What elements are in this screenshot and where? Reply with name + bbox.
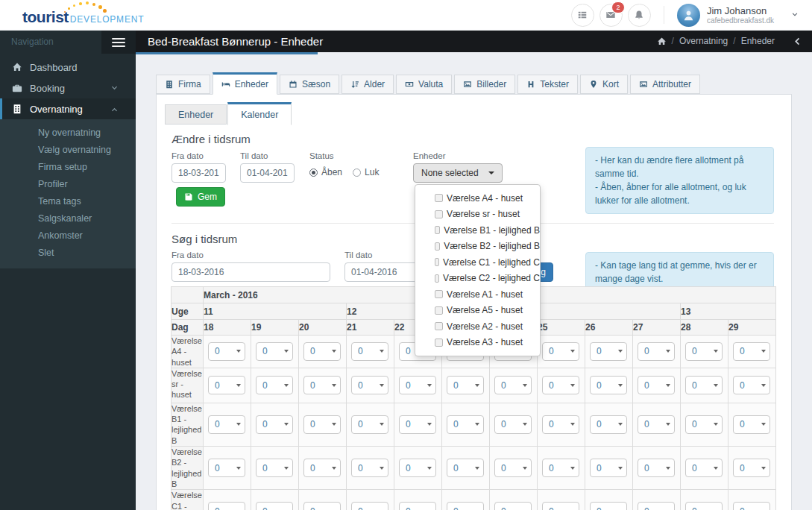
list-button[interactable]	[571, 4, 594, 27]
dropdown-option-v-relse-b1-lejlighed-b[interactable]: Værelse B1 - lejlighed B	[415, 222, 540, 239]
allotment-select[interactable]: 0	[494, 502, 532, 510]
allotment-select[interactable]: 0	[638, 502, 675, 510]
subtab-enheder[interactable]: Enheder	[165, 104, 227, 125]
allotment-select[interactable]: 0	[590, 415, 627, 434]
allotment-select[interactable]: 0	[590, 376, 627, 394]
allotment-select[interactable]: 0	[447, 415, 484, 434]
allotment-select[interactable]: 0	[638, 342, 675, 361]
tab-alder[interactable]: Alder	[342, 75, 394, 94]
allotment-select[interactable]: 0	[590, 459, 627, 477]
sidebar-subitem-salgskanaler[interactable]: Salgskanaler	[0, 210, 136, 227]
allotment-select[interactable]: 0	[303, 502, 341, 510]
allotment-select[interactable]: 0	[351, 342, 388, 361]
checkbox-icon[interactable]	[435, 306, 443, 315]
allotment-select[interactable]: 0	[208, 459, 245, 477]
allotment-select[interactable]: 0	[685, 342, 723, 361]
dropdown-option-v-relse-c2-lejlighed-c[interactable]: Værelse C2 - lejlighed C	[415, 271, 540, 287]
allotment-select[interactable]: 0	[303, 459, 341, 477]
sidebar-subitem-ankomster[interactable]: Ankomster	[0, 227, 136, 245]
sidebar-subitem-slet[interactable]: Slet	[0, 245, 136, 262]
allotment-select[interactable]: 0	[208, 415, 245, 434]
allotment-select[interactable]: 0	[256, 376, 293, 394]
allotment-select[interactable]: 0	[494, 376, 532, 394]
hamburger-menu-button[interactable]	[101, 31, 136, 54]
checkbox-icon[interactable]	[435, 339, 443, 347]
breadcrumb-overnatning[interactable]: Overnatning	[679, 36, 728, 46]
allotment-select[interactable]: 0	[685, 459, 723, 477]
checkbox-icon[interactable]	[435, 210, 443, 218]
sidebar-subitem-profiler[interactable]: Profiler	[0, 176, 136, 193]
allotment-select[interactable]: 0	[590, 502, 627, 510]
sidebar-item-booking[interactable]: Booking	[0, 78, 136, 98]
messages-button[interactable]: 2	[599, 4, 623, 27]
allotment-select[interactable]: 0	[351, 459, 388, 477]
tab-billeder[interactable]: Billeder	[454, 75, 515, 94]
allotment-select[interactable]: 0	[638, 459, 675, 477]
tab-s-son[interactable]: Sæson	[280, 75, 339, 94]
allotment-select[interactable]: 0	[303, 376, 341, 394]
dropdown-option-v-relse-sr-huset[interactable]: Værelse sr - huset	[415, 207, 540, 223]
allotment-select[interactable]: 0	[638, 415, 675, 434]
chevron-left-icon[interactable]	[792, 37, 802, 46]
allotment-select[interactable]: 0	[208, 502, 245, 510]
sidebar-subitem-tema-tags[interactable]: Tema tags	[0, 193, 136, 210]
allotment-select[interactable]: 0	[590, 342, 627, 361]
save-button[interactable]: Gem	[176, 187, 225, 207]
checkbox-icon[interactable]	[435, 290, 443, 298]
allotment-select[interactable]: 0	[542, 342, 579, 361]
search-fra-input[interactable]	[171, 262, 330, 282]
breadcrumb-enheder[interactable]: Enheder	[741, 36, 775, 46]
checkbox-icon[interactable]	[435, 226, 440, 234]
radio-icon[interactable]	[353, 169, 361, 177]
checkbox-icon[interactable]	[435, 194, 443, 202]
allotment-select[interactable]: 0	[542, 376, 579, 394]
sidebar-subitem-firma-setup[interactable]: Firma setup	[0, 159, 136, 176]
allotment-select[interactable]: 0	[542, 502, 579, 510]
dropdown-option-v-relse-a1-huset[interactable]: Værelse A1 - huset	[415, 286, 540, 303]
allotment-select[interactable]: 0	[447, 376, 484, 394]
allotment-select[interactable]: 0	[351, 502, 388, 510]
allotment-select[interactable]: 0	[494, 415, 532, 434]
checkbox-icon[interactable]	[435, 258, 439, 266]
radio-icon[interactable]	[309, 169, 318, 177]
user-menu[interactable]: Jim Johanson cafebedbreakfast.dk	[677, 4, 799, 27]
sidebar-subitem-v-lg-overnatning[interactable]: Vælg overnatning	[0, 142, 136, 159]
checkbox-icon[interactable]	[435, 322, 443, 330]
home-icon[interactable]	[657, 37, 667, 46]
status-radio-ben[interactable]: Åben	[309, 167, 342, 177]
allotment-select[interactable]: 0	[685, 415, 723, 434]
allotment-select[interactable]: 0	[256, 502, 293, 510]
allotment-select[interactable]: 0	[208, 376, 245, 394]
allotment-select[interactable]: 0	[733, 342, 770, 361]
allotment-select[interactable]: 0	[733, 459, 770, 477]
allotment-select[interactable]: 0	[685, 376, 723, 394]
allotment-select[interactable]: 0	[638, 376, 675, 394]
enheder-multiselect-button[interactable]: None selected	[413, 163, 503, 183]
tab-enheder[interactable]: Enheder	[213, 72, 277, 95]
allotment-select[interactable]: 0	[494, 459, 532, 477]
allotment-select[interactable]: 0	[351, 415, 388, 434]
checkbox-icon[interactable]	[435, 242, 440, 251]
allotment-select[interactable]: 0	[399, 459, 436, 477]
allotment-select[interactable]: 0	[447, 459, 484, 477]
allotment-select[interactable]: 0	[447, 502, 484, 510]
status-radio-luk[interactable]: Luk	[353, 167, 379, 177]
allotment-select[interactable]: 0	[256, 459, 293, 477]
tab-attributter[interactable]: Attributter	[630, 75, 700, 94]
dropdown-option-v-relse-b2-lejlighed-b[interactable]: Værelse B2 - lejlighed B	[415, 239, 540, 255]
dropdown-option-v-relse-a2-huset[interactable]: Værelse A2 - huset	[415, 318, 540, 335]
dropdown-option-v-relse-a3-huset[interactable]: Værelse A3 - huset	[415, 335, 540, 351]
allotment-select[interactable]: 0	[399, 502, 436, 510]
dropdown-option-v-relse-c1-lejlighed-c[interactable]: Værelse C1 - lejlighed C	[415, 254, 540, 271]
allotment-select[interactable]: 0	[733, 415, 770, 434]
subtab-kalender[interactable]: Kalender	[227, 102, 292, 125]
allotment-select[interactable]: 0	[303, 415, 341, 434]
sidebar-subitem-ny-overnatning[interactable]: Ny overnatning	[0, 125, 136, 142]
dropdown-option-v-relse-a4-huset[interactable]: Værelse A4 - huset	[415, 190, 540, 207]
allotment-select[interactable]: 0	[208, 342, 245, 361]
tab-firma[interactable]: Firma	[156, 75, 210, 94]
allotment-select[interactable]: 0	[399, 376, 436, 394]
allotment-select[interactable]: 0	[733, 376, 770, 394]
tab-valuta[interactable]: Valuta	[396, 75, 452, 94]
sidebar-item-dashboard[interactable]: Dashboard	[0, 57, 136, 78]
